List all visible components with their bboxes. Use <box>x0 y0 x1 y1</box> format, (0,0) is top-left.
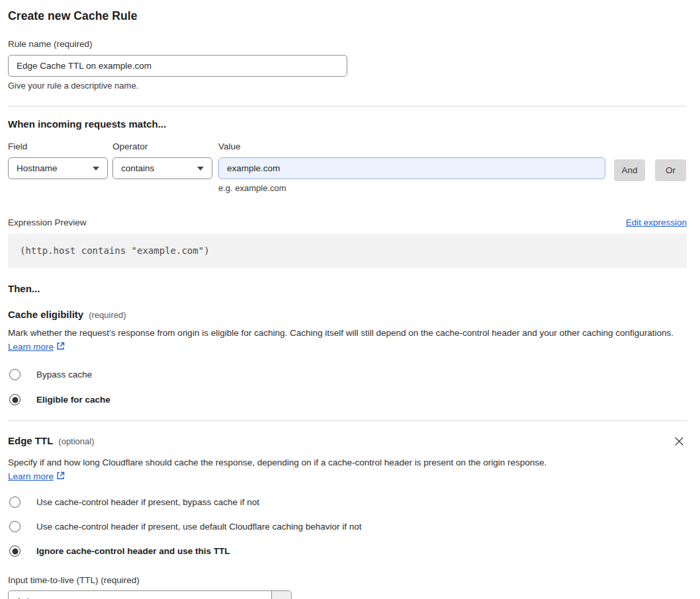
radio-bypass-cache[interactable]: Bypass cache <box>8 369 687 380</box>
rule-name-help: Give your rule a descriptive name. <box>8 81 687 91</box>
section-divider <box>8 106 687 106</box>
value-column: Value e.g. example.com <box>218 141 605 193</box>
edge-ttl-optional-note: (optional) <box>58 436 94 446</box>
external-link-icon <box>56 340 65 354</box>
radio-unselected-icon <box>9 497 21 508</box>
radio-label: Ignore cache-control header and use this… <box>36 546 230 556</box>
edge-ttl-title-group: Edge TTL (optional) <box>8 435 95 446</box>
rule-name-input[interactable] <box>8 55 347 77</box>
ttl-select[interactable]: 1 day <box>8 590 292 599</box>
radio-eligible-for-cache[interactable]: Eligible for cache <box>8 394 687 405</box>
chevron-down-icon <box>93 167 99 171</box>
radio-label: Use cache-control header if present, use… <box>36 522 362 532</box>
operator-select-value: contains <box>121 163 154 173</box>
learn-more-link[interactable]: Learn more <box>8 342 54 352</box>
external-link-icon <box>56 470 65 484</box>
ttl-select-value: 1 day <box>9 591 271 599</box>
edge-ttl-header: Edge TTL (optional) <box>8 435 687 450</box>
cache-eligibility-options: Bypass cache Eligible for cache <box>8 369 687 405</box>
field-column: Field Hostname <box>8 141 108 179</box>
value-label: Value <box>218 141 605 151</box>
radio-unselected-icon <box>9 369 21 380</box>
page-title: Create new Cache Rule <box>8 9 687 23</box>
operator-select[interactable]: contains <box>112 157 212 179</box>
create-cache-rule-form: Create new Cache Rule Rule name (require… <box>0 0 687 599</box>
operator-column: Operator contains <box>112 141 212 179</box>
operator-label: Operator <box>112 141 212 151</box>
ttl-label: Input time-to-live (TTL) (required) <box>8 575 687 585</box>
chevron-down-icon <box>197 167 204 171</box>
value-input[interactable] <box>218 157 605 179</box>
edge-ttl-options: Use cache-control header if present, byp… <box>8 497 687 557</box>
ttl-select-arrow-button[interactable] <box>271 591 291 599</box>
cache-eligibility-description: Mark whether the request’s response from… <box>8 326 687 354</box>
close-icon[interactable] <box>673 435 685 450</box>
field-select[interactable]: Hostname <box>8 157 108 179</box>
section-divider <box>8 420 687 421</box>
radio-label: Use cache-control header if present, byp… <box>36 497 259 507</box>
expression-builder-row: Field Hostname Operator contains Value e… <box>8 141 687 193</box>
radio-ignore-header-use-ttl[interactable]: Ignore cache-control header and use this… <box>8 545 687 557</box>
expression-preview-label: Expression Preview <box>8 218 87 227</box>
cache-eligibility-required-note: (required) <box>89 310 126 320</box>
radio-label: Eligible for cache <box>36 395 110 405</box>
or-button[interactable]: Or <box>655 159 686 181</box>
expression-preview-box: (http.host contains "example.com") <box>8 233 687 268</box>
rule-name-label: Rule name (required) <box>8 39 687 49</box>
edge-ttl-description: Specify if and how long Cloudflare shoul… <box>8 456 564 484</box>
expression-code: (http.host contains "example.com") <box>20 245 210 256</box>
cache-eligibility-header: Cache eligibility (required) <box>8 309 687 320</box>
and-button[interactable]: And <box>614 159 645 181</box>
cache-eligibility-description-text: Mark whether the request’s response from… <box>8 328 674 338</box>
learn-more-link[interactable]: Learn more <box>8 471 54 481</box>
radio-use-header-default[interactable]: Use cache-control header if present, use… <box>8 521 687 532</box>
value-help: e.g. example.com <box>218 183 605 193</box>
match-heading: When incoming requests match... <box>8 118 687 130</box>
field-select-value: Hostname <box>17 163 58 173</box>
edit-expression-link[interactable]: Edit expression <box>626 218 687 227</box>
radio-label: Bypass cache <box>36 370 92 379</box>
cache-eligibility-heading: Cache eligibility <box>8 309 83 320</box>
radio-unselected-icon <box>9 521 21 532</box>
rule-name-group: Rule name (required) Give your rule a de… <box>8 39 687 91</box>
expression-preview-header: Expression Preview Edit expression <box>8 218 687 227</box>
field-label: Field <box>8 141 108 151</box>
radio-selected-icon <box>9 394 21 405</box>
edge-ttl-description-text: Specify if and how long Cloudflare shoul… <box>8 458 547 467</box>
radio-use-header-bypass[interactable]: Use cache-control header if present, byp… <box>8 497 687 508</box>
radio-selected-icon <box>9 545 21 557</box>
then-heading: Then... <box>8 283 687 294</box>
connector-buttons: And Or <box>605 159 686 181</box>
edge-ttl-heading: Edge TTL <box>8 435 53 446</box>
